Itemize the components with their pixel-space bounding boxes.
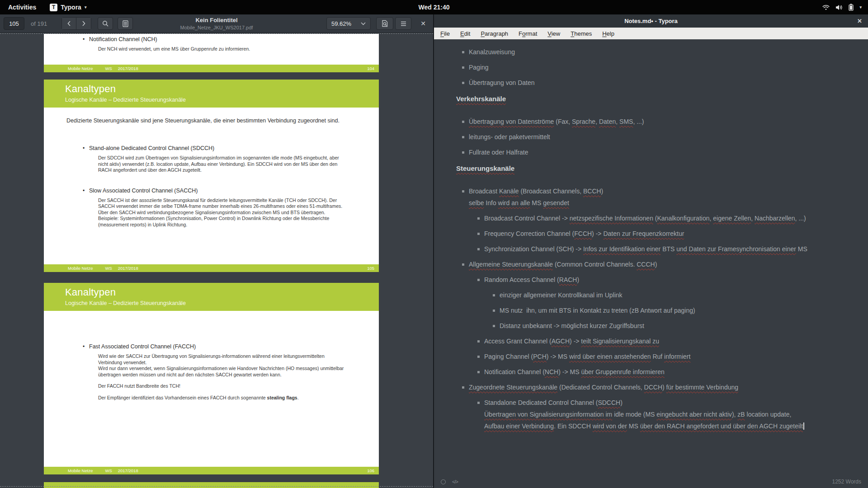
text-segment: Allgemeine Steuerungskanäle: [469, 261, 553, 268]
note-line: Frequency Correction Channel (FCCH) -> D…: [484, 229, 859, 238]
note-list-item: Zugeordnete Steuerungskanäle (Dedicated …: [456, 383, 859, 392]
slide-paragraph: Über den SACCH wird verbindungsbezogene …: [98, 210, 344, 228]
text-segment: ): [601, 188, 604, 195]
page-nav-group: [61, 17, 91, 30]
close-window-button[interactable]: ✕: [416, 17, 430, 30]
text-segment: AGCH: [552, 338, 570, 345]
note-line: Aufbau einer Verbindung. Ein SDCCH wird …: [484, 422, 859, 431]
text-segment: MS nutz ihn, um mit BTS in Kontakt zu tr…: [500, 307, 695, 314]
note-list-item: Synchronization Channel (SCH) -> Infos z…: [456, 244, 859, 253]
text-segment: Aufbau einer Verbindung: [484, 422, 554, 430]
text-segment: über Gruppenrufe informieren: [581, 368, 664, 375]
typora-menu-bar: FileEditParagraphFormatViewThemesHelp: [434, 28, 868, 39]
clock[interactable]: Wed 21:40: [0, 4, 868, 11]
side-pane-toggle-button[interactable]: [118, 17, 133, 30]
slide-bullet-block: Fast Associated Control Channel (FACCH)W…: [89, 343, 361, 401]
gnome-top-bar: Activities T Typora ▾ Wed 21:40 ▾: [0, 0, 868, 14]
menu-format[interactable]: Format: [517, 30, 539, 37]
slide-content: Fast Associated Control Channel (FACCH)W…: [89, 343, 361, 401]
text-segment: leitungs- oder paketvermittelt: [469, 133, 550, 141]
text-segment: ): [662, 384, 666, 391]
text-segment: selbe: [469, 199, 484, 206]
text-segment: Ruf: [651, 353, 665, 360]
pdf-document-area[interactable]: Notification Channel (NCH)Der NCH wird v…: [0, 33, 433, 488]
text-segment: ) -> MS: [547, 353, 569, 360]
zoom-fit-page-button[interactable]: [376, 17, 393, 30]
text-segment: (Dedicated Control Channels,: [557, 384, 644, 391]
note-line: Kanalzuweisung: [469, 47, 859, 56]
note-line: Allgemeine Steuerungskanäle (Common Cont…: [469, 260, 859, 269]
footer-page-number: 105: [367, 266, 374, 271]
text-segment: wird von der: [593, 422, 627, 430]
volume-icon: [835, 5, 843, 10]
text-segment: SMS: [619, 118, 633, 125]
note-line: Access Grant Channel (AGCH) -> teilt Sig…: [484, 337, 859, 346]
note-list-item: Übertragung von Daten: [456, 78, 859, 87]
pdf-page-107-sliver: [44, 482, 379, 488]
search-button[interactable]: [98, 17, 113, 30]
text-segment: einziger allgemeiner Kontrollkanal im Up…: [500, 291, 623, 299]
markdown-editor[interactable]: KanalzuweisungPagingÜbertragung von Date…: [434, 39, 868, 475]
note-heading: Verkehrskanäle: [456, 94, 859, 103]
menu-themes[interactable]: Themes: [569, 30, 594, 37]
previous-page-button[interactable]: [61, 17, 76, 30]
note-line: Zugeordnete Steuerungskanäle (Dedicated …: [469, 383, 859, 392]
note-line: Übertragung von Daten: [469, 78, 859, 87]
slide-paragraph: Wird wie der SACCH zur Übertragung von S…: [98, 353, 344, 366]
note-list-item: Broadcast Control Channel -> netzspezifi…: [456, 214, 859, 223]
page-number-input[interactable]: [4, 17, 24, 30]
menu-view[interactable]: View: [546, 30, 562, 37]
text-segment: für bestimmte Verbindung: [666, 384, 739, 391]
note-line: MS nutz ihn, um mit BTS in Kontakt zu tr…: [500, 306, 859, 315]
slide-header: Kanaltypen Logische Kanäle – Dedizierte …: [44, 283, 379, 311]
next-page-button[interactable]: [76, 17, 91, 30]
menu-help[interactable]: Help: [600, 30, 616, 37]
text-segment: Übertragung von Datenströme: [469, 118, 554, 125]
text-segment: stealing flags: [267, 395, 297, 400]
text-segment: SDCCH: [598, 399, 620, 406]
menu-file[interactable]: File: [439, 30, 452, 37]
zoom-level-dropdown[interactable]: 59.62%: [326, 17, 371, 30]
source-code-mode-icon[interactable]: </>: [452, 479, 458, 484]
pdf-viewer-window: of 191 Kein Folientitel Mobile_Netze_JKU…: [0, 14, 434, 488]
text-segment: Synchronization Channel (SCH) ->: [484, 245, 583, 253]
slide-bullet-title: Fast Associated Control Channel (FACCH): [89, 343, 361, 350]
note-list-item: Notification Channel (NCH) -> MS über Gr…: [456, 367, 859, 376]
note-line: Random Access Channel (RACH): [484, 275, 859, 284]
slide-content: Stand-alone Dedicated Control Channel (S…: [89, 145, 361, 228]
battery-icon: [849, 4, 854, 11]
slide-subtitle: Logische Kanäle – Dedizierte Steuerungsk…: [65, 300, 186, 306]
note-list-item: Random Access Channel (RACH): [456, 275, 859, 284]
note-list-item: Broadcast Kanäle (Broadcast Channels, BC…: [456, 187, 859, 207]
slide-bullet-block: Notification Channel (NCH)Der NCH wird v…: [89, 36, 361, 52]
slide-header: Kanaltypen Logische Kanäle – Dedizierte …: [44, 80, 379, 108]
footer-term: WS: [105, 468, 112, 473]
note-list-item: MS nutz ihn, um mit BTS in Kontakt zu tr…: [456, 306, 859, 315]
note-list-item: Paging Channel (PCH) -> MS wird über ein…: [456, 352, 859, 361]
app-menu-button[interactable]: T Typora ▾: [44, 0, 92, 14]
text-segment: Broadcast: [469, 188, 499, 195]
typora-title-bar[interactable]: Notes.md• - Typora ✕: [434, 14, 868, 28]
outline-toggle-icon[interactable]: [441, 479, 446, 484]
activities-button[interactable]: Activities: [0, 0, 44, 14]
zoom-level-value: 59.62%: [331, 20, 351, 27]
text-segment: netzspezifische Informationen: [570, 215, 653, 222]
menu-paragraph[interactable]: Paragraph: [479, 30, 510, 37]
note-line: Broadcast Kanäle (Broadcast Channels, BC…: [469, 187, 859, 196]
text-segment: PCH: [533, 353, 547, 360]
menu-button[interactable]: [395, 17, 411, 30]
system-tray[interactable]: ▾: [822, 4, 868, 11]
word-count: 1252 Words: [832, 479, 861, 485]
text-segment: RACH: [559, 276, 577, 283]
slide-bullet-block: Stand-alone Dedicated Control Channel (S…: [89, 145, 361, 174]
text-segment: Daten zur Frequenzkorrektur: [603, 230, 684, 237]
menu-edit[interactable]: Edit: [458, 30, 472, 37]
text-segment: ),: [732, 411, 737, 418]
slide-footer: Mobile Netze WS 2017/2018 106: [44, 467, 379, 474]
text-segment: zB: [737, 411, 745, 418]
close-window-button[interactable]: ✕: [857, 14, 862, 28]
footer-page-number: 104: [367, 66, 374, 71]
note-line: Paging Channel (PCH) -> MS wird über ein…: [484, 352, 859, 361]
note-list-item: einziger allgemeiner Kontrollkanal im Up…: [456, 291, 859, 300]
note-list-item: Kanalzuweisung: [456, 47, 859, 56]
